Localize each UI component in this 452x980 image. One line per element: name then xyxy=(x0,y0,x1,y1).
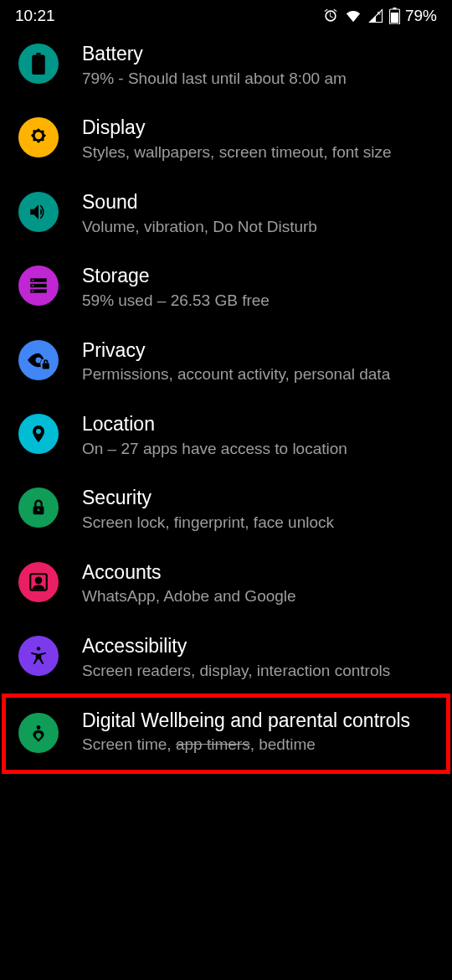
settings-item-title: Storage xyxy=(82,264,425,288)
settings-item-subtitle: Screen time, app timers, bedtime xyxy=(82,734,425,756)
svg-rect-2 xyxy=(393,8,396,9)
svg-rect-12 xyxy=(43,363,49,369)
brightness-icon xyxy=(18,117,59,157)
settings-item-subtitle: Styles, wallpapers, screen timeout, font… xyxy=(82,142,425,163)
settings-item-subtitle: Screen readers, display, interaction con… xyxy=(82,660,425,682)
status-bar: 10:21 R 79% xyxy=(0,0,452,28)
settings-item-title: Digital Wellbeing and parental controls xyxy=(82,709,425,733)
lock-icon xyxy=(18,487,59,528)
settings-item-privacy[interactable]: Privacy Permissions, account activity, p… xyxy=(0,325,452,399)
accounts-icon xyxy=(18,562,59,602)
svg-text:R: R xyxy=(377,11,381,16)
settings-item-subtitle: On – 27 apps have access to location xyxy=(82,438,425,460)
settings-item-title: Accessibility xyxy=(82,634,425,658)
signal-icon: R xyxy=(367,8,384,23)
settings-item-display[interactable]: Display Styles, wallpapers, screen timeo… xyxy=(0,102,452,176)
svg-point-14 xyxy=(38,509,40,512)
wellbeing-icon xyxy=(18,713,59,753)
settings-item-storage[interactable]: Storage 59% used – 26.53 GB free xyxy=(0,250,452,324)
settings-item-wellbeing[interactable]: Digital Wellbeing and parental controls … xyxy=(0,695,452,769)
status-right: R 79% xyxy=(322,7,437,25)
settings-item-battery[interactable]: Battery 79% - Should last until about 8:… xyxy=(0,28,452,102)
settings-list: Battery 79% - Should last until about 8:… xyxy=(0,28,452,769)
accessibility-icon xyxy=(18,636,59,676)
settings-item-security[interactable]: Security Screen lock, fingerprint, face … xyxy=(0,472,452,546)
settings-item-title: Privacy xyxy=(82,338,425,363)
volume-icon xyxy=(18,192,59,232)
battery-percent: 79% xyxy=(405,7,437,25)
location-icon xyxy=(18,414,59,454)
battery-icon xyxy=(18,44,59,84)
settings-item-title: Accounts xyxy=(82,560,425,585)
storage-icon xyxy=(18,266,59,306)
svg-point-11 xyxy=(32,291,33,292)
settings-item-subtitle: WhatsApp, Adobe and Google xyxy=(82,585,425,607)
settings-item-subtitle: 59% used – 26.53 GB free xyxy=(82,290,425,312)
settings-item-accessibility[interactable]: Accessibility Screen readers, display, i… xyxy=(0,621,452,694)
settings-item-location[interactable]: Location On – 27 apps have access to loc… xyxy=(0,399,452,472)
settings-item-title: Security xyxy=(82,486,425,510)
settings-item-subtitle: 79% - Should last until about 8:00 am xyxy=(82,68,425,90)
svg-point-16 xyxy=(36,577,42,583)
settings-item-subtitle: Permissions, account activity, personal … xyxy=(82,364,425,385)
eye-lock-icon xyxy=(18,340,59,380)
settings-item-title: Location xyxy=(82,412,425,436)
svg-rect-3 xyxy=(391,13,398,23)
settings-item-accounts[interactable]: Accounts WhatsApp, Adobe and Google xyxy=(0,547,452,621)
svg-point-9 xyxy=(32,280,33,281)
alarm-icon xyxy=(322,8,339,24)
svg-rect-4 xyxy=(32,55,45,75)
wifi-icon xyxy=(344,8,362,23)
battery-icon xyxy=(389,8,400,24)
svg-point-17 xyxy=(37,647,40,650)
settings-item-sound[interactable]: Sound Volume, vibration, Do Not Disturb xyxy=(0,177,452,250)
settings-item-title: Battery xyxy=(82,42,425,66)
svg-point-10 xyxy=(32,285,33,286)
settings-item-title: Sound xyxy=(82,190,425,214)
svg-point-18 xyxy=(37,725,41,730)
settings-item-subtitle: Screen lock, fingerprint, face unlock xyxy=(82,512,425,534)
status-time: 10:21 xyxy=(15,7,55,25)
settings-item-title: Display xyxy=(82,116,425,140)
svg-rect-5 xyxy=(36,53,40,55)
settings-item-subtitle: Volume, vibration, Do Not Disturb xyxy=(82,216,425,238)
